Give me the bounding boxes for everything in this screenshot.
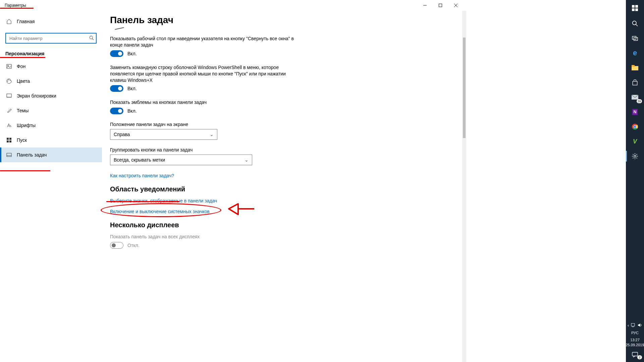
setting-badges: Показать эмблемы на кнопках панели задач… <box>110 99 457 114</box>
link-help-taskbar[interactable]: Как настроить панели задач? <box>110 173 174 178</box>
scrollbar-thumb[interactable] <box>463 38 466 138</box>
svg-rect-13 <box>7 138 9 140</box>
setting-label: Показать эмблемы на кнопках панели задач <box>110 99 298 106</box>
select-position[interactable]: Справа ⌄ <box>110 129 217 140</box>
picture-icon <box>6 63 12 69</box>
tray-action-center[interactable]: 2 <box>626 349 644 361</box>
start-button[interactable] <box>626 0 644 16</box>
window-title: Параметры <box>5 3 26 8</box>
tray-network-icon[interactable] <box>631 323 636 328</box>
toggle-powershell[interactable] <box>110 85 123 92</box>
toggle-peek-desktop[interactable] <box>110 50 123 57</box>
svg-rect-26 <box>634 38 638 41</box>
tray-volume-icon[interactable] <box>638 323 642 328</box>
titlebar: Параметры <box>0 0 466 11</box>
sidebar-item-label: Экран блокировки <box>17 93 56 99</box>
svg-point-9 <box>8 79 9 80</box>
brush-icon <box>6 108 12 114</box>
toggle-state: Откл. <box>127 243 140 248</box>
setting-label: Показывать рабочий стол при наведении ук… <box>110 36 298 48</box>
home-icon <box>6 18 12 24</box>
svg-rect-25 <box>632 36 636 39</box>
section-multidisplay: Несколько дисплеев <box>110 221 457 229</box>
sidebar-home[interactable]: Главная <box>0 15 102 28</box>
tray-language[interactable]: РУС <box>631 329 639 336</box>
sidebar-item-label: Темы <box>17 108 29 113</box>
setting-position: Положение панели задач на экране Справа … <box>110 122 457 140</box>
annotation-underline <box>0 170 50 171</box>
svg-rect-14 <box>9 138 11 140</box>
sidebar-item-label: Панель задач <box>17 152 47 158</box>
tray-clock[interactable]: 13:27 25.09.2019 <box>626 336 644 349</box>
action-badge: 2 <box>637 355 642 359</box>
svg-rect-16 <box>9 140 11 142</box>
tray-time: 13:27 <box>626 338 644 342</box>
taskbar-explorer[interactable] <box>626 60 644 75</box>
select-value: Справа <box>114 132 130 137</box>
svg-rect-37 <box>631 323 635 326</box>
annotation-arrow <box>228 200 255 219</box>
window-body: Главная Персонализация Фон Цвета Экран б… <box>0 11 466 362</box>
annotation-ellipse <box>101 203 221 217</box>
settings-window: Параметры Главная Персонализация Фон <box>0 0 466 362</box>
svg-rect-1 <box>439 4 442 7</box>
font-icon <box>6 122 12 128</box>
svg-point-7 <box>8 65 9 66</box>
taskbar-taskview[interactable] <box>626 31 644 46</box>
mail-badge: 39 <box>637 99 642 103</box>
minimize-button[interactable] <box>417 0 433 11</box>
select-label: Группировать кнопки на панели задач <box>110 147 457 153</box>
taskbar-mail[interactable]: 39 <box>626 90 644 105</box>
select-label: Положение панели задач на экране <box>110 122 457 127</box>
tray-date: 25.09.2019 <box>626 343 644 347</box>
sidebar-home-label: Главная <box>17 19 35 24</box>
tray-chevron-icon[interactable]: ‹ <box>628 323 629 328</box>
annotation-underline <box>0 8 34 9</box>
svg-point-10 <box>10 80 10 80</box>
sidebar-item-themes[interactable]: Темы <box>0 103 102 118</box>
start-icon <box>6 137 12 143</box>
close-button[interactable] <box>448 0 464 11</box>
svg-point-8 <box>7 81 8 81</box>
tray-icons-row[interactable]: ‹ <box>628 322 642 329</box>
svg-rect-29 <box>633 81 637 85</box>
system-tray: ‹ РУС 13:27 25.09.2019 2 <box>626 322 644 362</box>
sidebar-item-lockscreen[interactable]: Экран блокировки <box>0 88 102 103</box>
setting-peek-desktop: Показывать рабочий стол при наведении ук… <box>110 36 457 57</box>
content-area: Панель задач Показывать рабочий стол при… <box>102 11 466 362</box>
sidebar-item-start[interactable]: Пуск <box>0 133 102 147</box>
taskbar-edge[interactable]: e <box>626 46 644 60</box>
svg-rect-22 <box>635 8 638 11</box>
svg-rect-21 <box>632 8 635 11</box>
select-value: Всегда, скрывать метки <box>114 157 165 163</box>
svg-rect-39 <box>632 352 638 356</box>
sidebar-item-fonts[interactable]: Шрифты <box>0 118 102 133</box>
search-input[interactable] <box>5 33 97 44</box>
sidebar-item-label: Пуск <box>17 137 27 143</box>
sidebar-item-background[interactable]: Фон <box>0 59 102 74</box>
svg-rect-20 <box>635 5 638 8</box>
taskbar-onenote[interactable]: N <box>626 105 644 119</box>
scrollbar[interactable] <box>462 11 466 362</box>
taskbar-app-v[interactable]: V <box>626 134 644 149</box>
toggle-badges[interactable] <box>110 108 123 114</box>
annotation-underline <box>106 201 179 202</box>
toggle-state: Вкл. <box>127 51 137 56</box>
sidebar-item-colors[interactable]: Цвета <box>0 74 102 88</box>
select-grouping[interactable]: Всегда, скрывать метки ⌄ <box>110 155 252 165</box>
toggle-state: Вкл. <box>127 86 137 91</box>
annotation-underline <box>0 57 45 58</box>
svg-line-24 <box>636 24 638 26</box>
palette-icon <box>6 78 12 84</box>
setting-multidisplay: Показать панель задач на всех дисплеях О… <box>110 234 457 249</box>
taskbar-settings[interactable] <box>626 149 644 164</box>
taskbar-chrome[interactable] <box>626 119 644 134</box>
toggle-state: Вкл. <box>127 108 137 114</box>
sidebar-item-taskbar[interactable]: Панель задач <box>0 147 102 162</box>
sidebar: Главная Персонализация Фон Цвета Экран б… <box>0 11 102 362</box>
taskbar-store[interactable] <box>626 75 644 90</box>
svg-point-36 <box>634 155 636 157</box>
svg-rect-11 <box>7 94 11 97</box>
maximize-button[interactable] <box>433 0 448 11</box>
taskbar-search[interactable] <box>626 16 644 31</box>
